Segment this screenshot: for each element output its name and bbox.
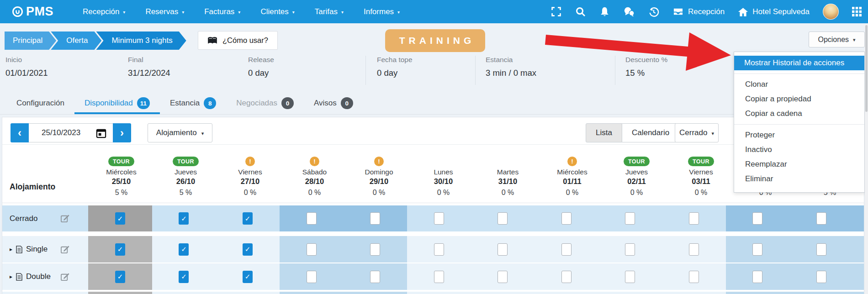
menu-item-mostrar-historial-de-acciones[interactable]: Mostrar Historial de acciones xyxy=(734,56,864,70)
availability-checkbox[interactable] xyxy=(625,212,635,225)
navbar-menu-reservas[interactable]: Reservas ▾ xyxy=(145,7,184,16)
availability-checkbox[interactable] xyxy=(307,243,317,256)
notifications-bell-icon[interactable] xyxy=(599,6,610,17)
prev-date-button[interactable]: ‹ xyxy=(11,123,29,142)
tab-label: Configuración xyxy=(16,99,64,108)
pms-logo[interactable]: PMS xyxy=(12,5,53,19)
tour-badge: TOUR xyxy=(173,157,199,166)
availability-checkbox[interactable] xyxy=(370,243,380,256)
history-icon[interactable] xyxy=(648,6,659,17)
caret-right-icon[interactable]: ▸ xyxy=(10,273,12,280)
navbar-menu-tarifas[interactable]: Tarifas ▾ xyxy=(315,7,344,16)
info-field-label: Estancia xyxy=(486,56,536,64)
next-date-button[interactable]: › xyxy=(113,123,131,142)
edit-icon[interactable] xyxy=(60,272,70,282)
menu-item-reemplazar[interactable]: Reemplazar xyxy=(734,157,864,172)
availability-checkbox[interactable] xyxy=(434,243,444,256)
menu-item-copiar-a-cadena[interactable]: Copiar a cadena xyxy=(734,106,864,121)
availability-checkbox[interactable] xyxy=(752,243,762,256)
availability-checkbox[interactable]: ✓ xyxy=(179,212,189,225)
options-button[interactable]: Opciones ▾ xyxy=(809,31,865,47)
state-filter-button[interactable]: Cerrado ▾ xyxy=(675,123,719,142)
date-input[interactable] xyxy=(29,128,88,137)
navbar-menu-label: Clientes xyxy=(260,7,288,16)
availability-checkbox[interactable]: ✓ xyxy=(243,212,253,225)
availability-checkbox[interactable] xyxy=(370,212,380,225)
menu-item-clonar[interactable]: Clonar xyxy=(734,77,864,92)
tab-negociadas[interactable]: Negociadas 0 xyxy=(226,94,304,114)
availability-checkbox[interactable]: ✓ xyxy=(243,271,253,283)
menu-item-inactivo[interactable]: Inactivo xyxy=(734,142,864,157)
day-date: 25/10 xyxy=(112,177,131,186)
availability-checkbox[interactable] xyxy=(370,271,380,283)
availability-checkbox[interactable] xyxy=(561,243,572,256)
table-cell xyxy=(280,263,344,290)
availability-checkbox[interactable] xyxy=(498,243,508,256)
scrollbar-thumb[interactable] xyxy=(865,25,868,112)
table-cell xyxy=(662,236,726,262)
caret-right-icon[interactable]: ▸ xyxy=(10,246,12,252)
avatar[interactable] xyxy=(823,4,839,20)
availability-checkbox[interactable] xyxy=(689,243,699,256)
navbar-menu-informes[interactable]: Informes ▾ xyxy=(364,7,400,16)
tab-avisos[interactable]: Avisos 0 xyxy=(304,94,363,114)
availability-checkbox[interactable] xyxy=(816,212,826,225)
availability-checkbox[interactable] xyxy=(816,271,826,283)
view-button-lista[interactable]: Lista xyxy=(586,123,622,142)
menu-item-copiar-a-propiedad[interactable]: Copiar a propiedad xyxy=(734,92,864,106)
availability-checkbox[interactable] xyxy=(561,271,572,283)
apps-grid-icon[interactable] xyxy=(852,7,862,16)
row-label-cell: ▸ xyxy=(2,292,88,294)
availability-checkbox[interactable] xyxy=(752,271,762,283)
edit-icon[interactable] xyxy=(60,245,70,254)
navbar-menu-facturas[interactable]: Facturas ▾ xyxy=(204,7,240,16)
availability-checkbox[interactable] xyxy=(752,212,762,225)
availability-checkbox[interactable] xyxy=(625,271,635,283)
navbar-menu-clientes[interactable]: Clientes ▾ xyxy=(260,7,294,16)
view-button-calendario[interactable]: Calendario xyxy=(622,123,679,142)
table-cell: ✓ xyxy=(152,263,216,290)
availability-checkbox[interactable]: ✓ xyxy=(179,271,189,283)
reception-link[interactable]: Recepción xyxy=(672,7,725,16)
menu-item-proteger[interactable]: Proteger xyxy=(734,128,864,142)
availability-checkbox[interactable] xyxy=(498,271,508,283)
tab-configuracion[interactable]: Configuración xyxy=(6,94,74,114)
availability-checkbox[interactable] xyxy=(625,243,635,256)
breadcrumb-item-minimum-3-nights[interactable]: Minimum 3 nights xyxy=(96,31,186,50)
availability-checkbox[interactable] xyxy=(689,271,699,283)
table-cell-filler xyxy=(853,236,864,262)
chat-icon[interactable] xyxy=(623,6,635,17)
menu-item-eliminar[interactable]: Eliminar xyxy=(734,172,864,186)
availability-checkbox[interactable] xyxy=(434,271,444,283)
vertical-scrollbar[interactable] xyxy=(865,23,868,294)
accommodation-filter-button[interactable]: Alojamiento ▾ xyxy=(148,123,212,142)
availability-checkbox[interactable] xyxy=(816,243,826,256)
availability-checkbox[interactable] xyxy=(689,212,699,225)
info-field-value: 31/12/2024 xyxy=(128,68,170,78)
chevron-down-icon: ▾ xyxy=(238,10,240,15)
availability-checkbox[interactable]: ✓ xyxy=(115,243,125,256)
availability-checkbox[interactable] xyxy=(307,271,317,283)
availability-checkbox[interactable]: ✓ xyxy=(115,212,125,225)
availability-checkbox[interactable] xyxy=(561,212,572,225)
edit-icon[interactable] xyxy=(60,214,70,223)
search-icon[interactable] xyxy=(575,6,586,17)
day-name: Miércoles xyxy=(106,168,136,176)
availability-checkbox[interactable] xyxy=(434,212,444,225)
availability-checkbox[interactable]: ✓ xyxy=(179,243,189,256)
availability-checkbox[interactable] xyxy=(307,212,317,225)
hotel-link[interactable]: Hotel Sepulveda xyxy=(738,7,810,17)
availability-checkbox[interactable] xyxy=(498,212,508,225)
how-to-use-button[interactable]: ¿Cómo usar? xyxy=(198,31,278,50)
day-name: Viernes xyxy=(689,168,713,176)
info-field-value: 15 % xyxy=(625,68,667,78)
tab-estancia[interactable]: Estancia 8 xyxy=(160,94,226,114)
breadcrumb-item-oferta[interactable]: Oferta xyxy=(51,31,101,50)
calendar-icon[interactable] xyxy=(96,128,106,140)
fullscreen-icon[interactable] xyxy=(550,6,562,17)
tab-disponibilidad[interactable]: Disponibilidad 11 xyxy=(74,94,160,114)
navbar-menu-recepcion[interactable]: Recepción ▾ xyxy=(83,7,125,16)
availability-checkbox[interactable]: ✓ xyxy=(243,243,253,256)
breadcrumb-item-principal[interactable]: Principal xyxy=(5,31,56,50)
availability-checkbox[interactable]: ✓ xyxy=(115,271,125,283)
